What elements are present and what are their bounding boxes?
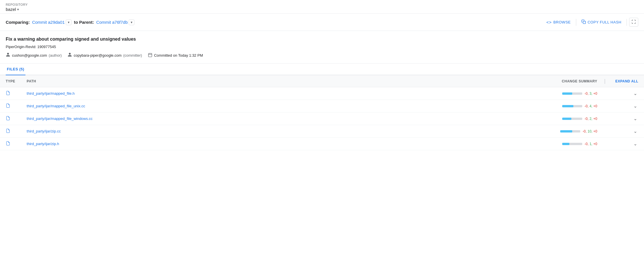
divider [576, 19, 576, 26]
commit-meta: PiperOrigin-RevId: 190977545 [6, 45, 638, 49]
row-divider [603, 125, 607, 138]
file-icon [6, 117, 10, 122]
plus-zero: +0 [593, 117, 597, 121]
change-summary-cell: -0, 10, +0 [540, 125, 603, 138]
file-icon [6, 129, 10, 134]
expand-all-button[interactable]: EXPAND ALL [607, 75, 644, 87]
plus-num-colored: 1, [589, 142, 592, 146]
comparing-label: Comparing: [6, 20, 30, 25]
row-divider [603, 138, 607, 150]
file-path-cell: third_party/ijar/mapped_file_windows.cc [21, 112, 540, 125]
change-summary-cell: -0, 4, +0 [540, 100, 603, 112]
file-path-cell: third_party/ijar/mapped_file.h [21, 87, 540, 100]
committed-date: Committed on Today 1:32 PM [148, 53, 203, 58]
repo-dropdown-icon[interactable]: ▾ [17, 7, 19, 11]
col-path-header: Path [21, 75, 540, 87]
expand-row-button[interactable]: ⌄ [632, 115, 638, 122]
plus-zero: +0 [593, 129, 597, 133]
copy-hash-label: COPY FULL HASH [588, 20, 621, 24]
expand-row-button[interactable]: ⌄ [632, 90, 638, 97]
table-row: third_party/ijar/mapped_file_unix.cc -0,… [0, 100, 644, 112]
divider2 [627, 19, 627, 26]
change-bar-fill [562, 105, 573, 107]
change-bar-fill [562, 143, 569, 145]
file-link[interactable]: third_party/ijar/mapped_file_windows.cc [27, 116, 93, 121]
committed-label: Committed on Today 1:32 PM [154, 53, 203, 58]
file-link[interactable]: third_party/ijar/zip.cc [27, 129, 61, 133]
committer-item: copybara-piper@google.com (committer) [67, 52, 142, 58]
svg-rect-1 [148, 53, 152, 57]
change-numbers: -0, 1, +0 [585, 142, 597, 146]
change-bar-fill [560, 130, 572, 132]
minus-num: -0, [583, 129, 587, 133]
repo-label: Repository [6, 3, 638, 6]
author-email: cushon@google.com [12, 53, 47, 58]
to-parent-label: to Parent: [74, 20, 94, 25]
compare-bar: Comparing: Commit a29da01 ▾ to Parent: C… [0, 14, 644, 31]
browse-icon: <> [546, 20, 552, 25]
commit-authors: cushon@google.com (author) copybara-pipe… [6, 52, 638, 58]
change-bar-bg [560, 130, 580, 132]
table-row: third_party/ijar/mapped_file_windows.cc … [0, 112, 644, 125]
file-path-cell: third_party/ijar/zip.h [21, 138, 540, 150]
change-numbers: -0, 10, +0 [583, 129, 597, 133]
expand-cell: ⌄ [607, 100, 644, 112]
table-header-row: Type Path Change Summary | EXPAND ALL [0, 75, 644, 87]
fullscreen-button[interactable] [629, 18, 638, 27]
plus-num-colored: 3, [589, 92, 592, 96]
change-bar-fill [562, 92, 572, 95]
row-divider [603, 87, 607, 100]
change-bar-bg [562, 143, 582, 145]
file-type-cell [0, 87, 21, 100]
files-table: Type Path Change Summary | EXPAND ALL th… [0, 75, 644, 150]
table-row: third_party/ijar/zip.h -0, 1, +0 ⌄ [0, 138, 644, 150]
row-divider [603, 100, 607, 112]
file-link[interactable]: third_party/ijar/zip.h [27, 142, 59, 146]
plus-zero: +0 [593, 104, 597, 108]
repo-name: bazel [6, 7, 16, 12]
file-icon [6, 92, 10, 96]
file-link[interactable]: third_party/ijar/mapped_file_unix.cc [27, 104, 85, 108]
plus-num-colored: 10, [588, 129, 593, 133]
tabs-bar: FILES (5) [0, 64, 644, 75]
expand-row-button[interactable]: ⌄ [632, 128, 638, 134]
calendar-icon [148, 53, 152, 58]
file-type-cell [0, 100, 21, 112]
expand-row-button[interactable]: ⌄ [632, 103, 638, 109]
commit-b-dropdown[interactable]: ▾ [129, 19, 134, 25]
change-bar-bg [562, 118, 582, 120]
minus-num: -0, [585, 117, 589, 121]
commit-a-link[interactable]: Commit a29da01 [32, 20, 65, 25]
file-icon [6, 104, 10, 109]
tab-files[interactable]: FILES (5) [6, 64, 25, 75]
svg-rect-0 [583, 21, 586, 24]
minus-num: -0, [585, 104, 589, 108]
col-divider: | [603, 75, 607, 87]
committer-email: copybara-piper@google.com [74, 53, 122, 58]
table-row: third_party/ijar/mapped_file.h -0, 3, +0… [0, 87, 644, 100]
row-divider [603, 112, 607, 125]
file-icon [6, 142, 10, 147]
copy-icon [581, 19, 586, 25]
commit-b-link[interactable]: Commit a76f7db [96, 20, 128, 25]
plus-num-colored: 2, [589, 117, 592, 121]
browse-button[interactable]: <> BROWSE [543, 18, 573, 26]
change-bar-fill [562, 118, 571, 120]
plus-zero: +0 [593, 142, 597, 146]
expand-row-button[interactable]: ⌄ [632, 141, 638, 147]
file-path-cell: third_party/ijar/zip.cc [21, 125, 540, 138]
change-bar-bg [562, 92, 582, 95]
change-numbers: -0, 2, +0 [585, 117, 597, 121]
col-type-header: Type [0, 75, 21, 87]
file-link[interactable]: third_party/ijar/mapped_file.h [27, 91, 75, 96]
expand-cell: ⌄ [607, 125, 644, 138]
file-type-cell [0, 125, 21, 138]
file-type-cell [0, 112, 21, 125]
change-summary-cell: -0, 2, +0 [540, 112, 603, 125]
commit-a-dropdown[interactable]: ▾ [66, 19, 71, 25]
plus-num-colored: 4, [589, 104, 592, 108]
col-change-summary-header: Change Summary [540, 75, 603, 87]
author-item: cushon@google.com (author) [6, 52, 62, 58]
copy-hash-button[interactable]: COPY FULL HASH [579, 18, 624, 27]
author-icon [6, 52, 10, 58]
